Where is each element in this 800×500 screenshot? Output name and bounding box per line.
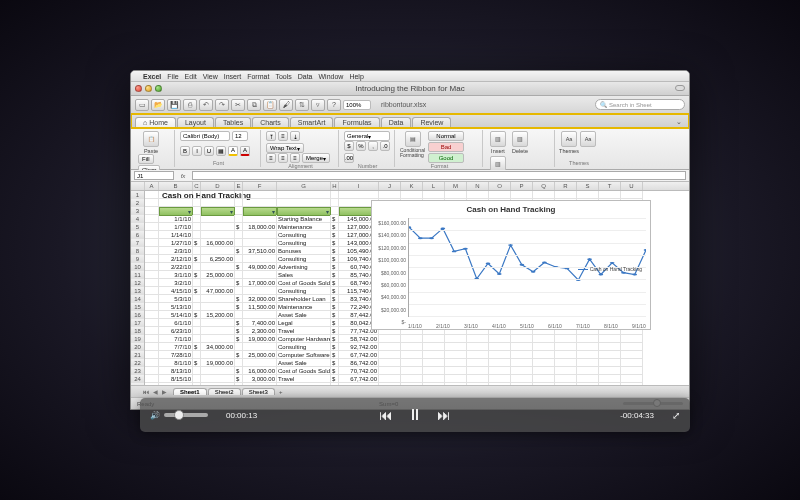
align-center-icon[interactable]: ≡ (278, 153, 288, 163)
align-bottom-icon[interactable]: ⤓ (290, 131, 300, 141)
tab-charts[interactable]: Charts (252, 117, 289, 127)
tab-review[interactable]: Review (412, 117, 451, 127)
menu-data[interactable]: Data (298, 73, 313, 80)
menu-insert[interactable]: Insert (224, 73, 242, 80)
themes-button[interactable]: AaThemes (560, 131, 578, 154)
sheet-area: ABCDEFGHIJKLMNOPQRSTU 123456789101112131… (131, 182, 689, 385)
comma-icon[interactable]: , (368, 141, 378, 151)
help-icon[interactable]: ? (327, 99, 341, 111)
titlebar-toggle-icon[interactable] (675, 85, 685, 91)
fill-button[interactable]: Fill (138, 154, 154, 164)
app-menu[interactable]: Excel (143, 73, 161, 80)
style-good[interactable]: Good (428, 153, 464, 163)
paste-button[interactable]: 📋Paste (138, 131, 164, 154)
sheet-nav-prev-icon[interactable]: ◀ (153, 388, 158, 395)
sheet-tab-2[interactable]: Sheet2 (208, 388, 241, 395)
align-right-icon[interactable]: ≡ (290, 153, 300, 163)
save-icon[interactable]: 💾 (167, 99, 181, 111)
next-icon[interactable]: ⏭ (437, 407, 451, 423)
wrap-text-button[interactable]: Wrap Text ▾ (266, 143, 304, 153)
tab-formulas[interactable]: Formulas (334, 117, 379, 127)
add-sheet-icon[interactable]: + (276, 389, 286, 395)
bold-button[interactable]: B (180, 146, 190, 156)
new-doc-icon[interactable]: ▭ (135, 99, 149, 111)
font-color-icon[interactable]: A (240, 146, 250, 156)
decrease-decimal-icon[interactable]: .0 (380, 141, 390, 151)
sheet-tab-3[interactable]: Sheet3 (242, 388, 275, 395)
underline-button[interactable]: U (204, 146, 214, 156)
undo-icon[interactable]: ↶ (199, 99, 213, 111)
scissors-icon[interactable]: ✂ (231, 99, 245, 111)
sheet-tab-1[interactable]: Sheet1 (173, 388, 207, 395)
sheet-nav-first-icon[interactable]: ⏮ (143, 389, 149, 395)
tab-data[interactable]: Data (381, 117, 412, 127)
svg-point-0 (409, 226, 411, 228)
spreadsheet-grid[interactable]: ABCDEFGHIJKLMNOPQRSTU 123456789101112131… (131, 182, 689, 385)
formula-input[interactable] (192, 171, 686, 180)
zoom-level[interactable]: 100% (343, 100, 371, 110)
mac-menubar: Excel File Edit View Insert Format Tools… (131, 71, 689, 82)
menu-format[interactable]: Format (247, 73, 269, 80)
increase-decimal-icon[interactable]: .00 (344, 153, 354, 163)
volume-icon[interactable]: 🔊 (150, 411, 160, 420)
tab-home-label: Home (149, 119, 168, 126)
theme-fonts-button[interactable]: Aa (580, 131, 596, 147)
ribbon-collapse-icon[interactable]: ⌄ (673, 117, 685, 127)
percent-icon[interactable]: % (356, 141, 366, 151)
chart-legend: Cash on Hand Tracking (578, 266, 642, 272)
font-size-select[interactable]: 12 (232, 131, 248, 141)
menu-view[interactable]: View (203, 73, 218, 80)
menu-help[interactable]: Help (349, 73, 363, 80)
tab-tables[interactable]: Tables (215, 117, 251, 127)
pause-icon[interactable]: ⏸ (407, 406, 423, 424)
menu-window[interactable]: Window (319, 73, 344, 80)
sort-icon[interactable]: ⇅ (295, 99, 309, 111)
row-headers[interactable]: 1234567891011121314151617181920212223242… (131, 191, 145, 385)
border-icon[interactable]: ▦ (216, 146, 226, 156)
svg-point-21 (644, 249, 646, 251)
align-top-icon[interactable]: ⤒ (266, 131, 276, 141)
conditional-formatting-button[interactable]: ▤Conditional Formatting (400, 131, 426, 158)
menu-edit[interactable]: Edit (185, 73, 197, 80)
redo-icon[interactable]: ↷ (215, 99, 229, 111)
filter-icon[interactable]: ▿ (311, 99, 325, 111)
fullscreen-icon[interactable]: ⤢ (672, 410, 680, 421)
paste-icon[interactable]: 📋 (263, 99, 277, 111)
style-bad[interactable]: Bad (428, 142, 464, 152)
merge-button[interactable]: Merge ▾ (302, 153, 330, 163)
volume-slider[interactable] (164, 413, 208, 417)
embedded-chart[interactable]: Cash on Hand Tracking $160,000.00$140,00… (371, 200, 651, 330)
menu-tools[interactable]: Tools (275, 73, 291, 80)
volume-knob[interactable] (174, 410, 184, 420)
sheet-nav-next-icon[interactable]: ▶ (162, 388, 167, 395)
cell-reference-input[interactable]: J1 (134, 171, 174, 180)
volume-control[interactable]: 🔊 (150, 411, 208, 420)
delete-cells-button[interactable]: ▥Delete (510, 131, 530, 154)
column-headers[interactable]: ABCDEFGHIJKLMNOPQRSTU (131, 182, 689, 191)
style-normal[interactable]: Normal (428, 131, 464, 141)
tab-layout[interactable]: Layout (177, 117, 214, 127)
previous-icon[interactable]: ⏮ (379, 407, 393, 423)
function-icon[interactable]: fx (176, 173, 190, 179)
svg-point-12 (542, 261, 547, 263)
tab-smartart[interactable]: SmartArt (290, 117, 334, 127)
align-left-icon[interactable]: ≡ (266, 153, 276, 163)
currency-icon[interactable]: $ (344, 141, 354, 151)
print-icon[interactable]: ⎙ (183, 99, 197, 111)
italic-button[interactable]: I (192, 146, 202, 156)
menu-file[interactable]: File (167, 73, 178, 80)
insert-cells-label: Insert (491, 148, 505, 154)
insert-cells-button[interactable]: ▥Insert (488, 131, 508, 154)
font-name-select[interactable]: Calibri (Body) (180, 131, 230, 141)
copy-icon[interactable]: ⧉ (247, 99, 261, 111)
search-in-sheet-input[interactable]: 🔍 Search in Sheet (595, 99, 685, 110)
align-middle-icon[interactable]: ≡ (278, 131, 288, 141)
tab-home[interactable]: ⌂Home (135, 117, 176, 127)
open-icon[interactable]: 📂 (151, 99, 165, 111)
format-painter-icon[interactable]: 🖌 (279, 99, 293, 111)
svg-point-10 (519, 264, 524, 266)
chart-title: Cash on Hand Tracking (372, 201, 650, 216)
fill-color-icon[interactable]: A (228, 146, 238, 156)
svg-point-18 (610, 262, 615, 264)
number-format-select[interactable]: General ▾ (344, 131, 390, 141)
